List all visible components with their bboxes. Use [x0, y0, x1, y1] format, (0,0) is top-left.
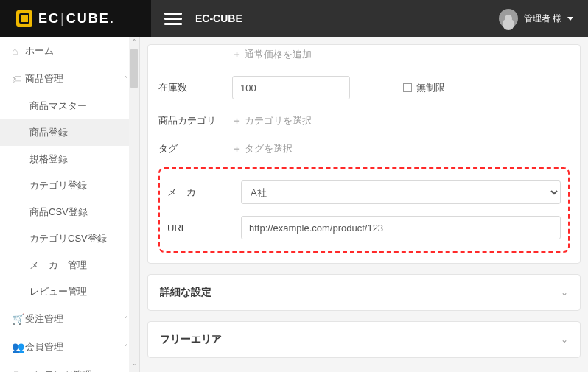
tag-label: タグ: [158, 142, 232, 155]
select-tag-link[interactable]: ＋タグを選択: [232, 142, 293, 155]
app-header: EC | CUBE . EC-CUBE 管理者 様: [0, 0, 588, 37]
users-icon: 👥: [12, 341, 25, 353]
accordion-detail-settings[interactable]: 詳細な設定 ⌄: [147, 274, 581, 311]
checkbox-label: 無制限: [416, 81, 445, 94]
sidebar-item-label: レビュー管理: [29, 285, 127, 298]
category-label: 商品カテゴリ: [158, 114, 232, 127]
accordion-title: 詳細な設定: [160, 286, 561, 299]
sidebar-item-label: カテゴリCSV登録: [29, 232, 127, 245]
sidebar: ⌂ ホーム 🏷 商品管理 ˄ 商品マスター 商品登録 規格登録 カテゴリ登録 商…: [0, 37, 140, 372]
chevron-down-icon: ⌄: [561, 287, 568, 298]
menu-toggle-icon[interactable]: [164, 10, 182, 28]
sidebar-item-label: 商品CSV登録: [29, 206, 127, 219]
sidebar-item-label: カテゴリ登録: [29, 179, 127, 192]
product-form-panel: ＋通常価格を追加 在庫数 無制限 商品カテゴリ: [147, 44, 581, 264]
file-icon: 🗎: [12, 369, 25, 372]
chevron-up-icon: ˄: [124, 75, 127, 83]
plus-icon: ＋: [232, 143, 242, 154]
sidebar-item-product-csv[interactable]: 商品CSV登録: [0, 199, 139, 225]
chevron-down-icon: [567, 17, 573, 21]
brand-logo: EC | CUBE .: [0, 0, 151, 37]
main-content: ＋通常価格を追加 在庫数 無制限 商品カテゴリ: [140, 37, 588, 372]
page-header-title: EC-CUBE: [195, 13, 242, 24]
sidebar-item-label: コンテンツ管理: [25, 368, 124, 372]
url-label: URL: [167, 222, 241, 234]
sidebar-item-label: 受注管理: [25, 312, 124, 326]
sidebar-item-label: 会員管理: [25, 340, 124, 354]
chevron-down-icon: ˅: [124, 343, 127, 351]
row-category: 商品カテゴリ ＋カテゴリを選択: [158, 107, 570, 135]
sidebar-item-category-register[interactable]: カテゴリ登録: [0, 172, 139, 199]
sidebar-item-home[interactable]: ⌂ ホーム: [0, 37, 139, 65]
sidebar-item-spec-register[interactable]: 規格登録: [0, 146, 139, 172]
link-text: カテゴリを選択: [245, 115, 312, 126]
accordion-free-area[interactable]: フリーエリア ⌄: [147, 321, 581, 358]
maker-label: メ カ: [167, 186, 241, 199]
row-url: URL: [167, 210, 561, 245]
home-icon: ⌂: [12, 45, 25, 57]
brand-text-right: CUBE: [66, 11, 110, 27]
stock-unlimited-checkbox[interactable]: 無制限: [403, 81, 445, 94]
sidebar-item-label: 商品管理: [25, 72, 124, 85]
row-maker: メ カ A社: [167, 175, 561, 210]
scroll-up-icon[interactable]: ˄: [129, 37, 139, 47]
url-input[interactable]: [241, 216, 561, 239]
maker-url-highlight: メ カ A社 URL: [158, 167, 570, 253]
scroll-down-icon[interactable]: ˅: [129, 362, 139, 372]
stock-input[interactable]: [232, 76, 350, 99]
sidebar-item-maker-mgmt[interactable]: メ カ 管理: [0, 252, 139, 278]
scroll-thumb[interactable]: [130, 49, 138, 88]
user-menu[interactable]: 管理者 様: [499, 9, 588, 28]
sidebar-item-label: 商品マスター: [29, 99, 127, 113]
row-tag: タグ ＋タグを選択: [158, 135, 570, 163]
chevron-down-icon: ˅: [124, 315, 127, 323]
chevron-down-icon: ⌄: [561, 334, 568, 345]
checkbox-icon: [403, 83, 412, 92]
tag-icon: 🏷: [12, 73, 25, 85]
sidebar-item-label: ホーム: [25, 44, 127, 57]
brand-dot: .: [110, 11, 115, 27]
accordion-title: フリーエリア: [160, 333, 561, 346]
select-category-link[interactable]: ＋カテゴリを選択: [232, 114, 312, 127]
user-label: 管理者 様: [524, 13, 561, 25]
sidebar-submenu-product: 商品マスター 商品登録 規格登録 カテゴリ登録 商品CSV登録 カテゴリCSV登…: [0, 93, 139, 305]
link-text: 通常価格を追加: [245, 49, 312, 60]
plus-icon: ＋: [232, 115, 242, 126]
sidebar-item-member-mgmt[interactable]: 👥 会員管理 ˅: [0, 333, 139, 361]
brand-text-left: EC: [38, 11, 60, 27]
sidebar-item-label: メ カ 管理: [29, 259, 127, 272]
sidebar-item-order-mgmt[interactable]: 🛒 受注管理 ˅: [0, 305, 139, 333]
maker-select[interactable]: A社: [241, 180, 561, 204]
sidebar-item-product-register[interactable]: 商品登録: [0, 119, 139, 146]
cart-icon: 🛒: [12, 313, 25, 325]
brand-separator: |: [60, 11, 66, 27]
plus-icon: ＋: [232, 49, 242, 60]
add-normal-price-link[interactable]: ＋通常価格を追加: [232, 48, 312, 61]
sidebar-item-review-mgmt[interactable]: レビュー管理: [0, 278, 139, 305]
sidebar-item-category-csv[interactable]: カテゴリCSV登録: [0, 225, 139, 252]
row-stock: 在庫数 無制限: [158, 69, 570, 107]
sidebar-item-label: 商品登録: [29, 126, 127, 139]
sidebar-item-product-master[interactable]: 商品マスター: [0, 93, 139, 119]
sidebar-item-product-mgmt[interactable]: 🏷 商品管理 ˄: [0, 65, 139, 93]
sidebar-item-label: 規格登録: [29, 152, 127, 166]
row-normal-price: ＋通常価格を追加: [158, 48, 570, 69]
sidebar-item-content-mgmt[interactable]: 🗎 コンテンツ管理 ˅: [0, 361, 139, 372]
avatar-icon: [499, 9, 518, 28]
sidebar-scrollbar[interactable]: ˄ ˅: [129, 37, 139, 372]
cube-icon: [16, 10, 32, 27]
stock-label: 在庫数: [158, 81, 232, 94]
link-text: タグを選択: [245, 143, 293, 154]
